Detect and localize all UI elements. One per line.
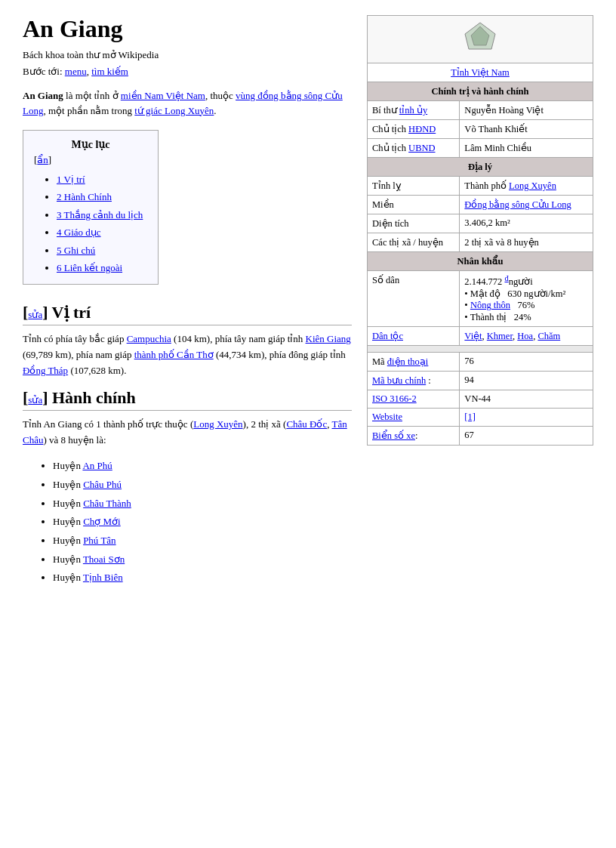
tu-giac-link[interactable]: tứ giác Long Xuyên [134,105,214,116]
toc-hide-link[interactable]: ẩn [37,154,48,165]
infobox-value: 3.406,2 km² [460,214,593,233]
long-xuyen-infobox-link[interactable]: Long Xuyên [509,180,556,191]
buu-chinh-link[interactable]: Mã bưu chính [372,375,426,386]
infobox-label: Website [368,409,460,427]
phu-tan-link[interactable]: Phú Tân [83,535,116,546]
toc-item-3[interactable]: 3 Thắng cảnh du lịch [57,209,143,220]
infobox-row: Chủ tịch UBND Lâm Minh Chiều [368,139,593,158]
map-image [457,19,503,57]
infobox-value: 2.144.772 đngười • Mật độ 630 người/km² … [460,271,593,327]
toc-list: 1 Vị trí 2 Hành Chính 3 Thắng cảnh du lị… [34,171,147,276]
district-list: Huyện An Phú Huyện Châu Phú Huyện Châu T… [23,457,352,587]
chau-phu-link[interactable]: Châu Phú [83,479,122,490]
infobox-dia-ly-header: Địa lý [368,158,593,177]
toc-item-2[interactable]: 2 Hành Chính [57,191,112,202]
infobox-value: 2 thị xã và 8 huyện [460,233,593,252]
tinh-bien-link[interactable]: Tịnh Biên [83,572,123,583]
list-item: Huyện An Phú [53,457,352,476]
infobox-label: ISO 3166-2 [368,390,460,409]
list-item: Huyện Thoai Sơn [53,550,352,569]
vi-tri-edit-link[interactable]: sửa [28,309,42,320]
infobox-row: Mã bưu chính : 94 [368,372,593,390]
page-title: An Giang [23,15,352,43]
hanh-chinh-edit-link[interactable]: sửa [28,394,42,405]
infobox-img-row [368,16,593,63]
list-item: Huyện Châu Thành [53,495,352,513]
list-item: Huyện Phú Tân [53,532,352,550]
bien-so-xe-link[interactable]: Biển số xe [372,430,415,441]
infobox-row: Số dân 2.144.772 đngười • Mật độ 630 ngư… [368,271,593,327]
infobox-row: Bí thư tỉnh ủy Nguyễn Hoàng Việt [368,101,593,120]
dong-bang-infobox-link[interactable]: Đồng bằng sông Cửu Long [464,199,571,210]
toc-hide: [ẩn] [34,154,147,166]
infobox-value: 67 [460,427,593,446]
khmer-link[interactable]: Khmer [487,331,513,341]
dan-toc-link[interactable]: Dân tộc [372,331,403,341]
toc-box: Mục lục [ẩn] 1 Vị trí 2 Hành Chính 3 Thắ… [23,130,159,285]
toc-item-5[interactable]: 5 Ghi chú [57,245,95,256]
list-item: Huyện Châu Phú [53,476,352,495]
infobox-container: Tỉnh Việt Nam Chính trị và hành chính Bí… [367,15,593,446]
chau-thanh-link[interactable]: Châu Thành [83,498,131,509]
toc-title: Mục lục [34,138,147,151]
footnote-link[interactable]: đ [504,274,508,282]
toc-item-4[interactable]: 4 Giáo dục [57,227,101,238]
search-link[interactable]: tìm kiếm [91,66,128,77]
vi-tri-heading: [sửa] Vị trí [23,303,352,325]
infobox-value: 76 [460,353,593,372]
infobox-label: Số dân [368,271,460,327]
ubnd-link[interactable]: UBND [408,143,435,153]
toc-item-1[interactable]: 1 Vị trí [57,174,85,185]
infobox-label: Các thị xã / huyện [368,233,460,252]
thoai-son-link[interactable]: Thoai Sơn [83,554,125,565]
infobox-province-row: Tỉnh Việt Nam [368,63,593,82]
website-value-link[interactable]: [1] [464,412,476,422]
campuchia-link[interactable]: Campuchia [127,333,171,344]
dien-thoai-link[interactable]: điện thoại [387,356,429,367]
hanh-chinh-content: Tỉnh An Giang có 1 thành phố trực thuộc … [23,417,352,449]
infobox-label: Mã điện thoại [368,353,460,372]
tinh-uy-link[interactable]: tỉnh ủy [399,105,427,116]
can-tho-link[interactable]: thành phố Cần Thơ [134,349,214,360]
website-label-link[interactable]: Website [372,412,402,422]
list-item: 1 Vị trí [57,171,147,188]
infobox-chinh-tri-header: Chính trị và hành chính [368,82,593,101]
dong-thap-link[interactable]: Đồng Tháp [23,365,68,376]
list-item: 4 Giáo dục [57,224,147,241]
list-item: Huyện Tịnh Biên [53,569,352,587]
infobox-row: Website [1] [368,409,593,427]
infobox-row: Mã điện thoại 76 [368,353,593,372]
list-item: Huyện Chợ Mới [53,513,352,532]
infobox-row: ISO 3166-2 VN-44 [368,390,593,409]
infobox-value: Võ Thanh Khiết [460,120,593,139]
kien-giang-link[interactable]: Kiên Giang [306,333,351,344]
an-phu-link[interactable]: An Phú [82,460,112,471]
chau-doc-link[interactable]: Châu Đốc [286,418,327,430]
list-item: 5 Ghi chú [57,242,147,259]
infobox-label: Biển số xe: [368,427,460,446]
toc-item-6[interactable]: 6 Liên kết ngoài [57,262,122,273]
intro-paragraph: An Giang là một tỉnh ở miền Nam Việt Nam… [23,88,352,118]
long-xuyen-link[interactable]: Long Xuyên [193,418,242,430]
mien-nam-link[interactable]: miền Nam Việt Nam [121,90,205,101]
infobox-row: Biển số xe: 67 [368,427,593,446]
list-item: 6 Liên kết ngoài [57,259,147,276]
menu-link[interactable]: menu [65,66,87,77]
infobox-value: 94 [460,372,593,390]
infobox-value: Việt, Khmer, Hoa, Chăm [460,327,593,346]
cho-moi-link[interactable]: Chợ Mới [83,516,121,527]
infobox-row: Chủ tịch HĐND Võ Thanh Khiết [368,120,593,139]
list-item: 2 Hành Chính [57,188,147,205]
hdnd-link[interactable]: HĐND [408,124,436,134]
infobox-value: Thành phố Long Xuyên [460,177,593,196]
infobox-nhan-khau-header: Nhân khẩu [368,252,593,271]
nong-thon-link[interactable]: Nông thôn [470,300,510,310]
cham-link[interactable]: Chăm [537,331,560,341]
infobox-label: Chủ tịch HĐND [368,120,460,139]
iso-link[interactable]: ISO 3166-2 [372,393,417,404]
infobox-value: Lâm Minh Chiều [460,139,593,158]
infobox-label: Miền [368,196,460,214]
tinh-viet-nam-link[interactable]: Tỉnh Việt Nam [451,67,510,78]
hoa-link[interactable]: Hoa [517,331,533,341]
viet-link[interactable]: Việt [464,331,482,341]
